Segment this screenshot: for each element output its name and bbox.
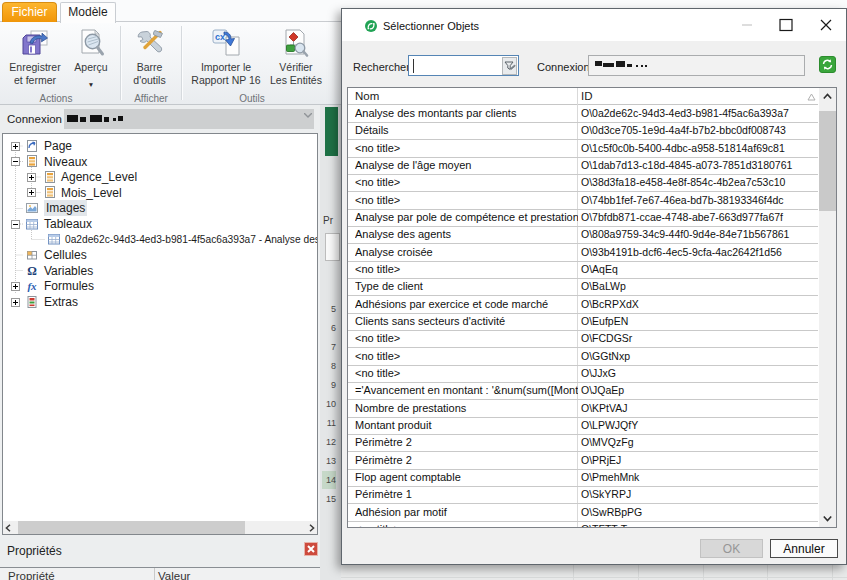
svg-text:Ω: Ω <box>27 264 37 278</box>
svg-text:cx: cx <box>215 32 225 42</box>
svg-text:fx: fx <box>27 280 37 292</box>
